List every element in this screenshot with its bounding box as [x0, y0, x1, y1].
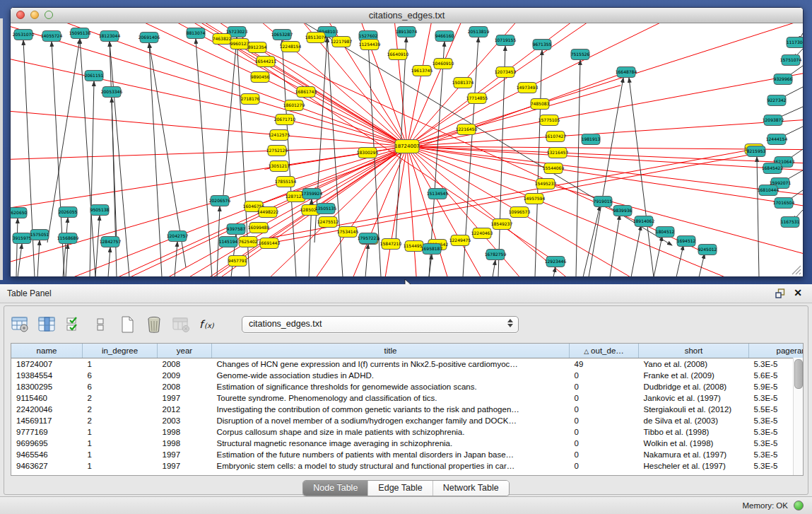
- table-cell[interactable]: Structural magnetic resonance image aver…: [212, 438, 570, 449]
- table-cell[interactable]: Investigating the contribution of common…: [212, 404, 570, 415]
- network-node[interactable]: 1804512: [656, 227, 675, 238]
- table-cell[interactable]: 2009: [158, 370, 212, 381]
- table-cell[interactable]: 1998: [158, 438, 212, 449]
- table-cell[interactable]: Jankovic et al. (1997): [639, 392, 749, 404]
- network-node[interactable]: 11254439: [359, 40, 381, 50]
- network-node[interactable]: 17359924: [301, 189, 323, 199]
- column-header-pagerank[interactable]: pagerank: [749, 344, 804, 358]
- network-node[interactable]: 14498222: [257, 207, 279, 218]
- table-cell[interactable]: Nakamura et al. (1997): [639, 449, 749, 460]
- network-node[interactable]: 20691406: [139, 33, 160, 43]
- table-cell[interactable]: 2: [83, 415, 158, 426]
- network-node[interactable]: 9245012: [698, 245, 717, 255]
- vertical-scrollbar[interactable]: [793, 358, 803, 475]
- network-node[interactable]: 12042757: [167, 231, 189, 242]
- network-node[interactable]: 17957223: [358, 233, 379, 244]
- table-cell[interactable]: 1997: [158, 449, 212, 460]
- network-node[interactable]: 11568689: [57, 233, 79, 244]
- network-node[interactable]: 18601279: [283, 100, 305, 111]
- network-node[interactable]: 16640910: [387, 49, 409, 60]
- table-options-icon[interactable]: [10, 315, 30, 334]
- network-node[interactable]: 20206576: [209, 196, 231, 206]
- network-node[interactable]: 17714855: [466, 93, 488, 104]
- table-cell[interactable]: 0: [570, 449, 639, 460]
- network-graph[interactable]: 2053107014055724150951381812304420691406…: [11, 23, 803, 276]
- network-node[interactable]: 18913074: [396, 27, 418, 37]
- network-node[interactable]: 7485083: [531, 99, 550, 110]
- network-node[interactable]: 12842757: [100, 237, 122, 247]
- network-node[interactable]: 2061151: [85, 71, 104, 81]
- table-cell[interactable]: 0: [570, 404, 639, 415]
- network-node[interactable]: 1981913: [582, 134, 601, 145]
- table-cell[interactable]: Yano et al. (2008): [639, 358, 749, 370]
- network-node[interactable]: 16958187: [421, 244, 443, 255]
- network-node[interactable]: 2718176: [241, 94, 260, 105]
- network-node[interactable]: 12217987: [331, 37, 353, 47]
- delete-table-icon[interactable]: [144, 315, 164, 334]
- network-node[interactable]: 12444154: [766, 134, 788, 145]
- network-node[interactable]: 9671355: [533, 40, 552, 50]
- network-node[interactable]: 1145194: [219, 237, 238, 247]
- network-node[interactable]: 12752126: [266, 146, 288, 156]
- network-node[interactable]: 20053346: [101, 87, 123, 98]
- network-node[interactable]: 13216457: [547, 148, 569, 158]
- network-node[interactable]: 1167531: [781, 217, 800, 228]
- table-cell[interactable]: 0: [570, 370, 639, 381]
- network-node[interactable]: 3915975: [13, 233, 32, 244]
- network-node[interactable]: 12073453: [495, 67, 517, 78]
- network-node[interactable]: 18914062: [633, 216, 655, 227]
- network-node[interactable]: 13051217: [269, 161, 290, 172]
- network-node[interactable]: 20671710: [274, 115, 296, 125]
- table-cell[interactable]: 0: [570, 460, 639, 472]
- table-cell[interactable]: 1: [83, 426, 158, 438]
- network-node[interactable]: 12475512: [317, 217, 339, 228]
- network-node[interactable]: 1575051: [30, 230, 49, 240]
- network-node[interactable]: 9329966: [774, 74, 793, 85]
- table-cell[interactable]: 1: [83, 358, 158, 370]
- network-node[interactable]: 8813074: [187, 28, 206, 39]
- network-node[interactable]: 10653287: [271, 30, 293, 40]
- network-node[interactable]: 7463822: [213, 34, 232, 45]
- resize-grip-icon[interactable]: [792, 265, 801, 275]
- table-cell[interactable]: 0: [570, 415, 639, 426]
- network-node[interactable]: 15544069: [543, 163, 565, 174]
- network-node[interactable]: 8912354: [248, 42, 267, 53]
- table-cell[interactable]: Stergiakouli et al. (2012): [639, 404, 749, 415]
- table-row[interactable]: 969969511998Structural magnetic resonanc…: [11, 438, 804, 449]
- network-node[interactable]: 17855154: [275, 177, 297, 187]
- table-cell[interactable]: 1998: [158, 426, 212, 438]
- tab-node-table[interactable]: Node Table: [303, 481, 368, 496]
- network-node[interactable]: 18549237: [491, 219, 513, 230]
- network-node[interactable]: 15081374: [452, 78, 474, 88]
- network-node[interactable]: 16691443: [259, 238, 281, 249]
- network-node[interactable]: 18300295: [357, 148, 379, 158]
- table-row[interactable]: 1872400712008Changes of HCN gene express…: [11, 358, 804, 370]
- network-node[interactable]: 9457791: [228, 256, 247, 267]
- table-cell[interactable]: 1: [83, 438, 158, 449]
- network-node[interactable]: 10460910: [433, 59, 454, 69]
- table-cell[interactable]: 1: [83, 449, 158, 460]
- table-cell[interactable]: 2008: [158, 381, 212, 392]
- table-cell[interactable]: 22420046: [11, 404, 83, 415]
- table-body[interactable]: 1872400712008Changes of HCN gene express…: [11, 358, 804, 472]
- table-cell[interactable]: 18724007: [11, 358, 83, 370]
- network-node[interactable]: 9839936: [613, 206, 632, 216]
- network-node[interactable]: 12240463: [471, 228, 493, 239]
- network-node[interactable]: 14055724: [41, 31, 63, 42]
- table-cell[interactable]: 9699695: [11, 438, 83, 449]
- table-cell[interactable]: Corpus callosum shape and size in male p…: [212, 426, 570, 438]
- table-cell[interactable]: 6: [83, 381, 158, 392]
- network-node[interactable]: 7919015: [594, 197, 613, 207]
- table-tabs[interactable]: Node TableEdge TableNetwork Table: [302, 480, 509, 496]
- table-select-dropdown[interactable]: citations_edges.txt: [242, 316, 519, 333]
- tab-edge-table[interactable]: Edge Table: [368, 481, 433, 496]
- network-node[interactable]: 10996573: [509, 207, 531, 218]
- scrollbar-thumb[interactable]: [794, 359, 803, 389]
- column-header-name[interactable]: name: [11, 344, 83, 358]
- table-cell[interactable]: 2008: [158, 358, 212, 370]
- table-cell[interactable]: Estimation of the future numbers of pati…: [212, 449, 570, 460]
- table-cell[interactable]: 2003: [158, 415, 212, 426]
- column-header-short[interactable]: short: [639, 344, 749, 358]
- network-node[interactable]: 17016504: [773, 198, 795, 209]
- network-node[interactable]: 9890456: [251, 72, 270, 83]
